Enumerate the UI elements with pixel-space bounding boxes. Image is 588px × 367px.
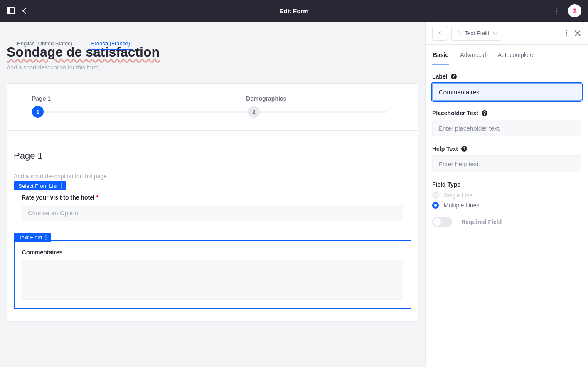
field-select-from-list[interactable]: Select From List Rate your visit to the …	[14, 188, 411, 227]
sidebar-toggle-icon[interactable]	[7, 7, 15, 14]
field-chip-more-icon[interactable]	[45, 235, 47, 240]
help-icon[interactable]: ?	[482, 110, 487, 116]
field-chip-label: Text Field	[19, 234, 42, 241]
page-title: Edit Form	[280, 7, 309, 15]
label-input[interactable]	[432, 83, 581, 101]
properties-sidebar: A Text Field Basic Advanced Autocomplete…	[425, 22, 588, 367]
user-icon	[572, 8, 578, 14]
required-toggle[interactable]	[432, 217, 452, 227]
radio-icon	[432, 202, 439, 209]
radio-icon	[432, 192, 439, 199]
field-chip-select: Select From List	[14, 181, 66, 190]
required-toggle-label: Required Field	[461, 219, 502, 225]
page-heading[interactable]: Page 1	[14, 150, 411, 161]
fieldtype-heading: Field Type	[432, 181, 581, 188]
placeholder-input[interactable]	[432, 120, 581, 136]
close-icon[interactable]	[574, 30, 581, 37]
help-icon[interactable]: ?	[461, 146, 467, 152]
app-topbar: Edit Form	[0, 0, 588, 22]
field-label-text: Rate your visit to the hotel	[22, 194, 95, 201]
pager-label-1[interactable]: Page 1	[32, 95, 51, 102]
topbar-more-icon[interactable]	[554, 5, 560, 17]
field-text-field[interactable]: Text Field Commentaires	[14, 240, 411, 309]
lang-tab-english[interactable]: English (United States)	[15, 40, 75, 49]
field-type-label: Text Field	[465, 30, 490, 37]
sidebar-more-icon[interactable]	[563, 27, 570, 39]
label-field-heading: Label	[432, 73, 448, 80]
radio-label: Multiple Lines	[444, 202, 480, 209]
drag-handle-icon[interactable]	[14, 203, 16, 212]
pager-track	[38, 111, 387, 113]
text-type-icon: A	[457, 30, 460, 36]
pager-label-2[interactable]: Demographics	[246, 95, 286, 102]
help-icon[interactable]: ?	[451, 74, 457, 79]
sidebar-tabs: Basic Advanced Autocomplete	[426, 45, 588, 66]
select-input[interactable]: Choose an Option	[22, 205, 403, 221]
avatar[interactable]	[568, 4, 581, 17]
radio-single-line: Single Line	[432, 192, 581, 199]
required-indicator: *	[96, 194, 98, 201]
radio-label: Single Line	[444, 192, 472, 199]
form-pager: Page 1 Demographics 1 2	[7, 84, 418, 131]
tab-autocomplete[interactable]: Autocomplete	[497, 45, 534, 65]
pager-step-1[interactable]: 1	[32, 106, 44, 118]
helptext-field-heading: Help Text	[432, 145, 458, 152]
field-label-select: Rate your visit to the hotel *	[22, 194, 403, 201]
tab-advanced[interactable]: Advanced	[459, 45, 487, 65]
radio-multiple-lines[interactable]: Multiple Lines	[432, 202, 581, 209]
sidebar-back-button[interactable]	[432, 26, 447, 41]
field-chip-text: Text Field	[14, 233, 51, 242]
textarea-input[interactable]	[22, 260, 403, 300]
back-button[interactable]	[22, 8, 28, 14]
form-description[interactable]: Add a short description for this form.	[7, 64, 418, 71]
helptext-input[interactable]	[432, 155, 581, 172]
form-card: Page 1 Demographics 1 2 Page 1 Add a sho…	[7, 83, 418, 322]
field-type-dropdown[interactable]: A Text Field	[451, 26, 502, 41]
field-label-text: Commentaires	[22, 249, 403, 256]
field-chip-label: Select From List	[19, 183, 58, 189]
tab-basic[interactable]: Basic	[432, 45, 449, 65]
lang-tab-french[interactable]: French (France)	[89, 40, 133, 50]
pager-step-2[interactable]: 2	[248, 106, 260, 118]
field-chip-more-icon[interactable]	[61, 183, 62, 189]
placeholder-field-heading: Placeholder Text	[432, 110, 478, 116]
language-tabs: English (United States) French (France)	[6, 40, 133, 50]
chevron-down-icon	[493, 30, 497, 34]
